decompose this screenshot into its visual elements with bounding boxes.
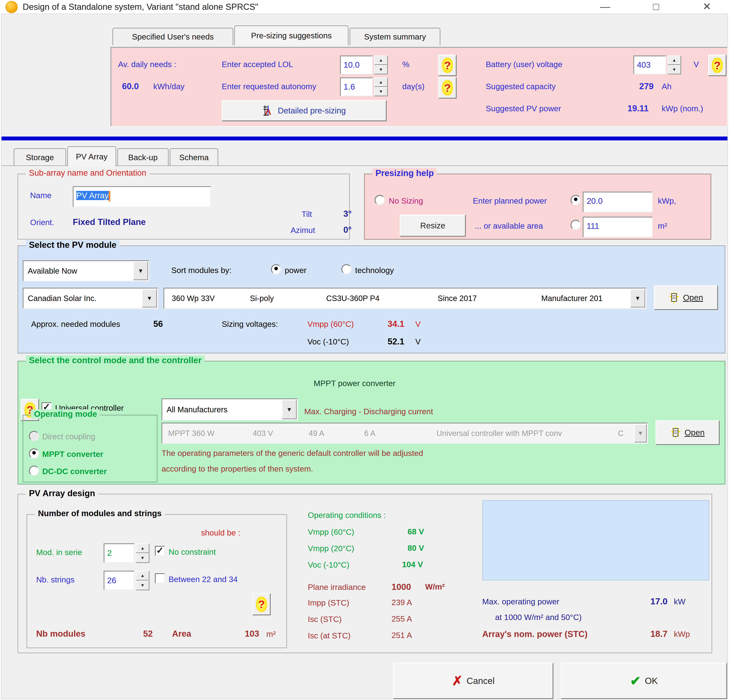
tab-storage[interactable]: Storage xyxy=(14,148,66,166)
sizing-voltages-label: Sizing voltages: xyxy=(222,320,278,329)
autonomy-spinner[interactable]: 1.6 xyxy=(340,77,388,96)
no-sizing-label[interactable]: No Sizing xyxy=(389,196,423,206)
area-input[interactable]: 111 xyxy=(583,217,653,237)
no-sizing-radio[interactable] xyxy=(375,195,385,205)
current-row-label: Isc (STC) xyxy=(308,615,341,624)
tab-system-summary[interactable]: System summary xyxy=(350,28,440,45)
battery-voltage-label: Battery (user) voltage xyxy=(486,60,562,69)
current-row-value: 255 A xyxy=(392,614,412,623)
standalone-design-dialog: Design of a Standalone system, Variant "… xyxy=(0,0,729,700)
tab-pv-array[interactable]: PV Array xyxy=(67,146,116,166)
minimize-button[interactable]: — xyxy=(594,0,616,13)
sort-power-label[interactable]: power xyxy=(285,266,306,275)
tab-presizing-suggestions[interactable]: Pre-sizing suggestions xyxy=(234,25,349,45)
daily-needs-unit: kWh/day xyxy=(153,82,184,91)
area-label: ... or available area xyxy=(475,221,543,231)
pv-power-value: 19.11 xyxy=(627,103,649,113)
spin-up-icon[interactable] xyxy=(374,55,388,65)
spin-down-icon[interactable] xyxy=(136,581,150,590)
dcdc-converter-radio[interactable] xyxy=(29,466,39,476)
direct-coupling-label[interactable]: Direct coupling xyxy=(42,432,95,441)
manufacturer-dropdown[interactable]: Canadian Solar Inc. xyxy=(23,288,158,309)
current-row-label: Impp (STC) xyxy=(308,598,349,607)
spin-up-icon[interactable] xyxy=(374,77,388,87)
maximize-button[interactable]: □ xyxy=(645,0,667,13)
nb-strings-value[interactable]: 26 xyxy=(105,576,116,585)
chevron-down-icon[interactable] xyxy=(282,400,297,419)
planned-power-radio[interactable] xyxy=(571,195,581,205)
mod-serie-value[interactable]: 2 xyxy=(105,548,112,558)
availability-dropdown[interactable]: Available Now xyxy=(23,260,150,282)
lol-help-button[interactable]: ? xyxy=(438,55,457,76)
resize-button[interactable]: Resize xyxy=(400,215,466,237)
between-label[interactable]: Between 22 and 34 xyxy=(168,575,238,584)
tab-back-up[interactable]: Back-up xyxy=(117,148,168,166)
subarray-name-input[interactable]: PV Array xyxy=(73,186,211,207)
spin-up-icon[interactable] xyxy=(136,571,150,581)
chevron-down-icon[interactable] xyxy=(630,289,645,308)
max-power-label: Max. operating power xyxy=(482,597,559,606)
spin-down-icon[interactable] xyxy=(374,87,388,96)
cancel-button[interactable]: Cancel xyxy=(393,663,553,699)
area-value: 111 xyxy=(587,221,599,231)
spin-down-icon[interactable] xyxy=(136,553,150,563)
mppt-converter-label[interactable]: MPPT converter xyxy=(42,450,103,459)
presizing-help-group: Presizing help No Sizing Enter planned p… xyxy=(364,174,712,240)
nb-strings-spinner[interactable]: 26 xyxy=(104,571,150,590)
close-button[interactable]: ✕ xyxy=(696,0,718,13)
battery-help-button[interactable]: ? xyxy=(708,55,726,76)
open-module-button[interactable]: Open xyxy=(654,285,718,310)
mppt-converter-radio[interactable] xyxy=(29,449,39,459)
controller-row-trail: C xyxy=(618,429,624,438)
chevron-down-icon[interactable] xyxy=(133,262,148,280)
module-technology: Si-poly xyxy=(250,294,274,303)
title-bar: Design of a Standalone system, Variant "… xyxy=(0,0,729,14)
spin-up-icon[interactable] xyxy=(136,543,150,553)
direct-coupling-radio[interactable] xyxy=(29,431,39,441)
subarray-group: Sub-array name and Orientation Name PV A… xyxy=(17,174,350,240)
between-checkbox[interactable] xyxy=(155,573,165,584)
spin-down-icon[interactable] xyxy=(374,65,388,74)
presizing-help-title: Presizing help xyxy=(372,168,437,178)
autonomy-value[interactable]: 1.6 xyxy=(341,82,355,91)
nb-strings-label: Nb. strings xyxy=(36,575,74,584)
dcdc-converter-label[interactable]: DC-DC converter xyxy=(42,467,107,476)
open-controller-button[interactable]: Open xyxy=(655,420,720,445)
tab-specified-users-needs[interactable]: Specified User's needs xyxy=(112,28,233,45)
battery-voltage-value[interactable]: 403 xyxy=(634,60,651,70)
sort-power-radio[interactable] xyxy=(271,264,281,274)
sort-technology-radio[interactable] xyxy=(341,264,351,274)
spin-down-icon[interactable] xyxy=(667,65,681,74)
autonomy-help-button[interactable]: ? xyxy=(438,77,457,99)
controller-model-dropdown[interactable]: MPPT 360 W 403 V 49 A 6 A Universal cont… xyxy=(161,423,648,444)
ok-button[interactable]: OK xyxy=(561,663,727,699)
design-help-button[interactable]: ? xyxy=(252,593,271,615)
mod-serie-spinner[interactable]: 2 xyxy=(104,543,150,563)
lol-value[interactable]: 10.0 xyxy=(341,60,360,70)
azimut-value: 0° xyxy=(343,225,351,235)
no-constraint-label[interactable]: No constraint xyxy=(168,548,216,557)
detailed-presizing-button[interactable]: Detailed pre-sizing xyxy=(222,100,386,121)
module-power: 360 Wp 33V xyxy=(172,294,215,303)
cond-row-value: 68 V xyxy=(408,527,424,536)
module-dropdown[interactable]: 360 Wp 33V Si-poly CS3U-360P P4 Since 20… xyxy=(164,288,646,309)
no-constraint-checkbox[interactable] xyxy=(155,546,165,556)
spin-up-icon[interactable] xyxy=(667,55,681,65)
document-icon xyxy=(669,292,679,304)
should-be-label: should be : xyxy=(201,528,240,537)
mppt-converter-heading: MPPT power converter xyxy=(314,379,396,388)
battery-voltage-spinner[interactable]: 403 xyxy=(633,55,681,74)
controller-manufacturer-dropdown[interactable]: All Manufacturers xyxy=(161,398,298,421)
info-placeholder-box xyxy=(482,500,709,581)
max-current-label: Max. Charging - Discharging current xyxy=(304,407,433,416)
tab-schema[interactable]: Schema xyxy=(170,148,218,166)
controller-group-title: Select the control mode and the controll… xyxy=(26,355,205,365)
modules-strings-group: Number of modules and strings should be … xyxy=(27,514,287,648)
lol-spinner[interactable]: 10.0 xyxy=(340,55,388,74)
planned-power-input[interactable]: 20.0 xyxy=(583,192,653,212)
chevron-down-icon[interactable] xyxy=(142,289,157,308)
area-radio[interactable] xyxy=(571,220,581,230)
controller-note-line2: according to the properties of then syst… xyxy=(161,464,313,473)
chevron-down-icon[interactable] xyxy=(634,424,647,442)
sort-technology-label[interactable]: technology xyxy=(355,266,394,275)
